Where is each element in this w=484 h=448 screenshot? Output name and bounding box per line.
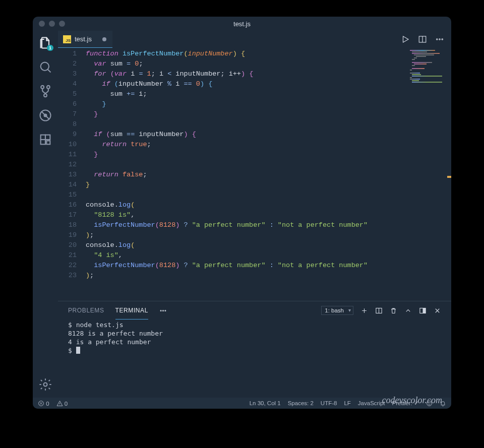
- minimize-window-icon[interactable]: [49, 21, 55, 27]
- js-file-icon: JS: [63, 35, 71, 43]
- source-code[interactable]: function isPerfectNumber(inputNumber) { …: [86, 49, 368, 281]
- status-warnings[interactable]: 0: [56, 400, 68, 407]
- search-icon[interactable]: [38, 60, 52, 74]
- tab-bar: JS test.js: [58, 31, 451, 48]
- svg-point-0: [41, 62, 49, 71]
- svg-rect-6: [41, 135, 45, 140]
- svg-rect-8: [41, 140, 45, 144]
- status-encoding[interactable]: UTF-8: [321, 400, 337, 406]
- more-actions-icon[interactable]: [435, 35, 444, 44]
- svg-rect-20: [423, 308, 426, 313]
- svg-point-2: [47, 86, 50, 89]
- activity-bar: 1: [33, 31, 58, 398]
- window-body: 1 JS test.js: [33, 31, 451, 398]
- new-terminal-icon[interactable]: [360, 307, 368, 314]
- tab-filename: test.js: [75, 35, 92, 43]
- bottom-panel: PROBLEMS TERMINAL 1: bash $ node test.js…: [58, 301, 451, 398]
- terminal-cursor: [76, 347, 80, 354]
- line-gutter: 1234567891011121314151617181920212223: [58, 49, 86, 281]
- svg-point-15: [160, 310, 161, 311]
- close-panel-icon[interactable]: [434, 307, 441, 314]
- run-icon[interactable]: [401, 35, 410, 44]
- svg-rect-7: [45, 135, 50, 140]
- kill-terminal-icon[interactable]: [390, 307, 397, 314]
- minimap[interactable]: [409, 50, 449, 80]
- watermark: codevscolor.com: [382, 395, 442, 406]
- split-editor-icon[interactable]: [418, 35, 427, 44]
- explorer-icon[interactable]: 1: [38, 36, 52, 50]
- svg-point-14: [442, 39, 443, 40]
- editor-actions: [401, 31, 451, 48]
- status-cursor-position[interactable]: Ln 30, Col 1: [250, 400, 281, 406]
- status-eol[interactable]: LF: [344, 400, 350, 406]
- svg-point-12: [437, 39, 438, 40]
- extensions-icon[interactable]: [38, 133, 52, 147]
- debug-icon[interactable]: [38, 108, 52, 122]
- panel-more-icon[interactable]: [159, 307, 167, 314]
- svg-point-1: [41, 86, 44, 89]
- status-language[interactable]: JavaScript: [358, 400, 385, 406]
- tab-problems[interactable]: PROBLEMS: [68, 301, 104, 319]
- code-editor[interactable]: 1234567891011121314151617181920212223 fu…: [58, 48, 451, 301]
- tab-test-js[interactable]: JS test.js: [58, 31, 112, 48]
- panel-tabs: PROBLEMS TERMINAL 1: bash: [58, 301, 451, 319]
- chevron-up-icon[interactable]: [404, 307, 412, 314]
- svg-point-13: [439, 39, 440, 40]
- zoom-window-icon[interactable]: [59, 21, 65, 27]
- svg-point-3: [44, 94, 47, 97]
- status-indentation[interactable]: Spaces: 2: [288, 400, 314, 406]
- editor-window: test.js 1: [33, 17, 451, 409]
- tab-terminal[interactable]: TERMINAL: [115, 301, 148, 319]
- terminal-selector[interactable]: 1: bash: [321, 306, 353, 315]
- main-column: JS test.js 12345678910111213141516171819…: [58, 31, 451, 398]
- svg-point-16: [162, 310, 163, 311]
- scrollbar-marker: [447, 176, 451, 178]
- window-title: test.js: [233, 20, 251, 28]
- dirty-indicator-icon: [102, 37, 106, 41]
- title-bar: test.js: [33, 17, 451, 31]
- terminal-output[interactable]: $ node test.js 8128 is a perfect number …: [58, 319, 451, 398]
- svg-point-10: [44, 383, 47, 387]
- svg-rect-9: [46, 141, 50, 144]
- source-control-icon[interactable]: [38, 84, 52, 98]
- svg-point-17: [165, 310, 166, 311]
- maximize-panel-icon[interactable]: [419, 307, 427, 314]
- close-window-icon[interactable]: [39, 21, 45, 27]
- split-terminal-icon[interactable]: [375, 307, 383, 314]
- settings-gear-icon[interactable]: [38, 377, 52, 392]
- status-errors[interactable]: 0: [38, 400, 49, 407]
- explorer-badge: 1: [47, 45, 53, 51]
- svg-point-5: [44, 114, 47, 117]
- window-controls: [39, 21, 65, 27]
